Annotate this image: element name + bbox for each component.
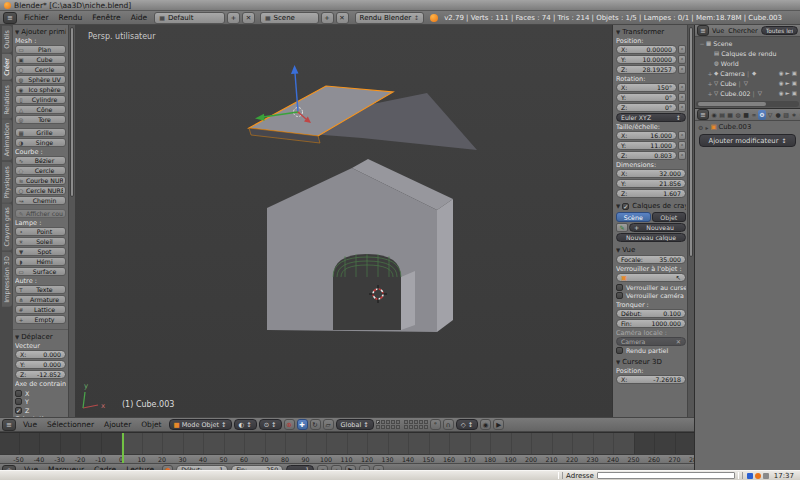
- local-camera-field[interactable]: Camera ✕: [616, 337, 686, 346]
- remove-layout-button[interactable]: ✕: [242, 12, 255, 24]
- breadcrumb-object[interactable]: Cube.003: [719, 123, 752, 131]
- add-tore-button[interactable]: ◎Tore: [15, 115, 66, 124]
- add-modifier-dropdown[interactable]: Ajouter modificateur ↕: [699, 134, 796, 147]
- lock-object-field[interactable]: ▣ ↖: [616, 273, 686, 282]
- properties-tab-render[interactable]: ◉: [710, 110, 718, 120]
- menu-fenêtre[interactable]: Fenêtre: [87, 13, 125, 22]
- add-armature-button[interactable]: ⋔Armature: [15, 295, 66, 304]
- scale-manipulator-button[interactable]: ▱: [323, 419, 334, 430]
- add-primitive-panel-header[interactable]: ▼Ajouter primitive: [15, 27, 66, 37]
- visibility-eye-icon[interactable]: ◉: [778, 80, 785, 86]
- remove-scene-button[interactable]: ✕: [336, 12, 349, 24]
- axis-checkbox[interactable]: [15, 390, 22, 397]
- outliner-row-cube[interactable]: +▽Cube|▽◉►▣: [697, 78, 798, 88]
- lock-icon[interactable]: °: [678, 65, 686, 74]
- add-surface-button[interactable]: ▭Surface: [15, 267, 66, 276]
- expander-icon[interactable]: −: [699, 40, 705, 47]
- add-lattice-button[interactable]: #Lattice: [15, 305, 66, 314]
- layer-cell-6[interactable]: [376, 425, 380, 429]
- menu-sélectionner[interactable]: Sélectionner: [42, 420, 99, 429]
- pivot-select[interactable]: ⊙ ↕: [259, 419, 282, 430]
- lock-camera-checkbox[interactable]: [616, 292, 623, 299]
- lock-icon[interactable]: °: [678, 93, 686, 102]
- layer-cell-18[interactable]: [414, 425, 418, 429]
- current-frame-cursor[interactable]: [122, 433, 124, 464]
- layer-grid-1[interactable]: [376, 420, 400, 429]
- scene-selector[interactable]: ▦ Scene: [260, 12, 319, 24]
- toolshelf-tab-outils[interactable]: Outils: [2, 26, 12, 53]
- toolshelf-tab-physiques[interactable]: Physiques: [2, 162, 12, 203]
- layer-cell-12[interactable]: [409, 420, 413, 424]
- menu-ajouter[interactable]: Ajouter: [99, 420, 136, 429]
- add-cercle-nurbs-button[interactable]: ○Cercle NURBS: [15, 186, 66, 195]
- add-spot-button[interactable]: ▼Spot: [15, 247, 66, 256]
- gpencil-tab-scène[interactable]: Scène: [616, 212, 651, 222]
- constraint-axis-y[interactable]: Y: [15, 398, 66, 405]
- properties-tab-scene[interactable]: ▦: [726, 110, 734, 120]
- number-field-x-[interactable]: X:0.00000: [616, 45, 677, 54]
- visibility-eye-icon[interactable]: ◉: [778, 70, 785, 76]
- tray-icon-gray[interactable]: [763, 473, 769, 479]
- number-field-y-[interactable]: Y:21.856: [616, 179, 686, 188]
- gizmo-y-arrow[interactable]: [255, 114, 265, 121]
- layer-cell-10[interactable]: [396, 425, 400, 429]
- orientation-select[interactable]: Global ↕: [336, 419, 374, 430]
- translate-manipulator-button[interactable]: ✚: [297, 419, 308, 430]
- layer-cell-4[interactable]: [391, 420, 395, 424]
- outliner-row-cube-002[interactable]: +▽Cube.002|▽◉►▣: [697, 88, 798, 98]
- add-texte-button[interactable]: TTexte: [15, 285, 66, 294]
- editor-type-button[interactable]: ≡: [2, 419, 16, 431]
- new-layer-button[interactable]: Nouveau calque: [616, 233, 686, 242]
- add-chemin-button[interactable]: ↝Chemin: [15, 196, 66, 205]
- gizmo-z-arrow[interactable]: [291, 65, 299, 74]
- outliner-row-world[interactable]: ◍World: [697, 58, 798, 68]
- number-field-x-[interactable]: X:16.000: [616, 131, 677, 140]
- tool-shelf-scrollbar[interactable]: [68, 25, 75, 417]
- properties-tab-world[interactable]: ◍: [734, 110, 742, 120]
- gpencil-tab-objet[interactable]: Objet: [652, 212, 687, 222]
- layer-cell-7[interactable]: [381, 425, 385, 429]
- view-panel-header[interactable]: ▼Vue: [616, 245, 686, 255]
- menu-vue[interactable]: Vue: [710, 27, 726, 35]
- properties-tab-texture[interactable]: ▨: [782, 110, 790, 120]
- number-field-y-[interactable]: Y:0.000: [15, 360, 66, 369]
- renderability-icon[interactable]: ▣: [791, 70, 798, 76]
- rotate-manipulator-button[interactable]: ↻: [310, 419, 321, 430]
- menu-objet[interactable]: Objet: [136, 420, 166, 429]
- eyedropper-icon[interactable]: ↖: [676, 274, 681, 281]
- lock-to-scene-button[interactable]: °: [430, 419, 441, 430]
- outliner-row-calques-de-rendu[interactable]: ▤Calques de rendu: [697, 48, 798, 58]
- toolshelf-tab-créer[interactable]: Créer: [2, 54, 12, 80]
- cursor3d-panel-header[interactable]: ▼Curseur 3D: [616, 357, 686, 367]
- properties-tab-modifiers[interactable]: ⚙: [758, 110, 766, 120]
- add-cercle-button[interactable]: ○Cercle: [15, 65, 66, 74]
- snap-element-select[interactable]: ◇ ↕: [456, 419, 478, 430]
- layer-cell-3[interactable]: [386, 420, 390, 424]
- lock-camera-row[interactable]: Verrouiller caméra à la vue: [616, 292, 686, 299]
- manipulator-axes-button[interactable]: ⊕: [284, 419, 295, 430]
- add-layout-button[interactable]: +: [227, 12, 240, 24]
- opengl-render-button[interactable]: ◉: [480, 419, 491, 430]
- add-bézier-button[interactable]: ∿Bézier: [15, 156, 66, 165]
- timeline[interactable]: -50-40-30-20-100102030405060708090100110…: [0, 432, 694, 464]
- layer-cell-15[interactable]: [424, 420, 428, 424]
- editor-type-button[interactable]: ≡: [3, 12, 17, 24]
- transform-panel-header[interactable]: ▼Transformer: [616, 27, 686, 37]
- tray-icon-blue[interactable]: [747, 473, 753, 479]
- number-field-x-[interactable]: X:0.000: [15, 350, 66, 359]
- screen-layout-selector[interactable]: ▦ Default: [154, 12, 225, 24]
- layer-cell-19[interactable]: [419, 425, 423, 429]
- render-engine-select[interactable]: Rendu Blender ↕: [355, 12, 425, 24]
- toolshelf-tab-impression-3d[interactable]: Impression 3D: [2, 252, 12, 307]
- editor-type-button[interactable]: ≡: [697, 109, 709, 120]
- number-field-y-[interactable]: Y:0°: [616, 93, 677, 102]
- toolshelf-tab-animation[interactable]: Animation: [2, 119, 12, 160]
- number-field-z-[interactable]: Z:-12.852: [15, 370, 66, 379]
- axis-checkbox[interactable]: [15, 398, 22, 405]
- expander-icon[interactable]: +: [707, 90, 713, 97]
- outliner-row-camera[interactable]: +◆Camera|◆◉►▣: [697, 68, 798, 78]
- add-cône-button[interactable]: △Cône: [15, 105, 66, 114]
- toolshelf-tab-relations[interactable]: Relations: [2, 81, 12, 119]
- lock-icon[interactable]: °: [678, 151, 686, 160]
- properties-tab-render-layers[interactable]: ▤: [718, 110, 726, 120]
